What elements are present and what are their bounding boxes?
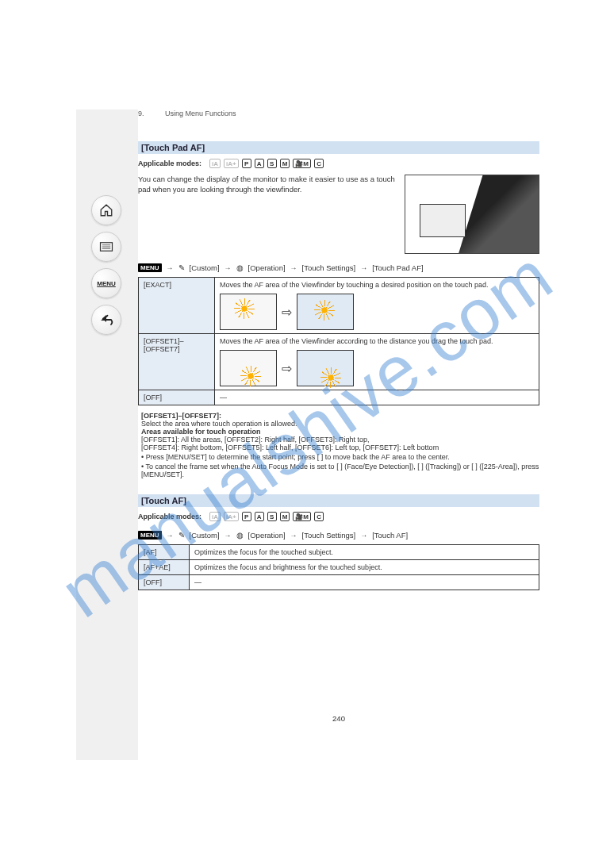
offset-desc: Select the area where touch operation is…	[141, 420, 539, 428]
option-value: Moves the AF area of the Viewfinder by t…	[220, 281, 489, 289]
mode-icon-c: C	[314, 512, 324, 521]
table-row: [OFFSET1]– [OFFSET7] Moves the AF area o…	[139, 334, 539, 390]
mode-icon-ia: iA	[209, 512, 221, 521]
offset-caption: Areas available for touch operation	[141, 428, 261, 436]
home-icon	[99, 203, 113, 217]
custom-label: [Custom]	[190, 531, 220, 540]
option-key: [EXACT]	[139, 278, 215, 334]
dial-icon: ◍	[236, 531, 244, 540]
menu-badge-icon: MENU	[138, 263, 162, 272]
section1-mode-row: Applicable modes: iA iA+ P A S M 🎥M C	[138, 159, 539, 168]
touchpad-drag-illustration	[220, 350, 277, 386]
flow-arrow-icon: ⇨	[282, 305, 292, 320]
mode-icon-ia: iA	[209, 159, 221, 168]
mode-icon-p: P	[242, 512, 251, 521]
option-value-cell: Moves the AF area of the Viewfinder acco…	[215, 334, 539, 390]
offset-item-line: [OFFSET4]: Right bottom, [OFFSET5]: Left…	[141, 444, 539, 451]
mode-icon-a: A	[255, 512, 264, 521]
mode-icon-m: M	[280, 512, 290, 521]
exact-illustration-row: ⇨	[220, 294, 534, 330]
list-icon	[99, 241, 113, 252]
note-bullet: To cancel the frame set when the Auto Fo…	[141, 463, 539, 478]
applicable-modes-label: Applicable modes:	[138, 159, 201, 167]
option-value: Moves the AF area of the Viewfinder acco…	[220, 337, 493, 345]
table-row: [AF+AE] Optimizes the focus and brightne…	[139, 560, 539, 575]
applicable-modes-label: Applicable modes:	[138, 513, 201, 520]
option-key: [AF+AE]	[139, 560, 190, 575]
option-key: [OFF]	[139, 390, 215, 405]
mode-icon-a: A	[255, 159, 264, 168]
option-value: —	[190, 575, 539, 590]
arrow-sep-icon: →	[360, 532, 367, 540]
chapter-title: Using Menu Functions	[165, 109, 236, 117]
nav-contents-button[interactable]	[91, 232, 121, 262]
arrow-sep-icon: →	[360, 264, 367, 272]
table-row: [OFF] —	[139, 390, 539, 405]
mode-icon-iaplus: iA+	[224, 512, 239, 521]
mode-icon-s: S	[267, 159, 277, 168]
mode-icon-p: P	[242, 159, 251, 168]
section1-title-bar: [Touch Pad AF]	[138, 141, 539, 154]
viewfinder-screen-illustration	[297, 294, 354, 330]
offset-item-line: [OFFSET1]: All the areas, [OFFSET2]: Rig…	[141, 436, 539, 444]
arrow-sep-icon: →	[290, 532, 297, 540]
wrench-icon: ✎	[178, 263, 185, 272]
offset-range-label: [OFFSET1]–[OFFSET7]:	[141, 412, 221, 420]
mode-icon-c: C	[314, 159, 324, 168]
table-row: [AF] Optimizes the focus for the touched…	[139, 545, 539, 560]
page-number: 240	[138, 714, 539, 723]
chapter-header: 9. Using Menu Functions	[138, 109, 539, 117]
mode-icon-m: M	[280, 159, 290, 168]
table-row: [OFF] —	[139, 575, 539, 590]
chapter-number: 9.	[138, 109, 165, 117]
viewfinder-drag-illustration	[297, 350, 354, 386]
page-content: 9. Using Menu Functions [Touch Pad AF] A…	[138, 109, 539, 590]
touchpad-screen-illustration	[220, 294, 277, 330]
arrow-sep-icon: →	[167, 532, 174, 540]
touch-settings-label: [Touch Settings]	[302, 263, 356, 272]
section2-options-table: [AF] Optimizes the focus for the touched…	[138, 544, 539, 590]
touch-af-label: [Touch AF]	[372, 531, 408, 540]
nav-back-button[interactable]	[91, 305, 121, 335]
offset-illustration-row: ⇨	[220, 350, 534, 386]
touch-pad-af-label: [Touch Pad AF]	[372, 263, 423, 272]
touch-settings-label: [Touch Settings]	[302, 531, 356, 540]
operation-label: [Operation]	[248, 263, 286, 272]
nav-icon-column: MENU	[91, 195, 126, 341]
section1-menu-path: MENU → ✎ [Custom] → ◍ [Operation] → [Tou…	[138, 263, 539, 272]
section2-title-bar: [Touch AF]	[138, 494, 539, 507]
wrench-icon: ✎	[178, 531, 185, 540]
flow-arrow-icon: ⇨	[282, 361, 292, 376]
nav-menu-button[interactable]: MENU	[91, 268, 121, 298]
nav-home-button[interactable]	[91, 195, 121, 225]
section2-menu-path: MENU → ✎ [Custom] → ◍ [Operation] → [Tou…	[138, 531, 539, 540]
custom-label: [Custom]	[190, 263, 220, 272]
option-value: Optimizes the focus and brightness for t…	[190, 560, 539, 575]
mode-icon-movie: 🎥M	[293, 512, 311, 521]
mode-icon-iaplus: iA+	[224, 159, 239, 168]
option-key: [AF]	[139, 545, 190, 560]
mode-icon-s: S	[267, 512, 277, 521]
viewfinder-illustration	[405, 175, 539, 254]
note-bullet: Press [MENU/SET] to determine the start …	[141, 453, 539, 461]
option-key: [OFF]	[139, 575, 190, 590]
arrow-sep-icon: →	[167, 264, 174, 272]
arrow-sep-icon: →	[224, 532, 232, 540]
offset-subsection: [OFFSET1]–[OFFSET7]: Select the area whe…	[141, 412, 539, 451]
back-arrow-icon	[99, 313, 113, 327]
option-key: [OFFSET1]– [OFFSET7]	[139, 334, 215, 390]
option-value: —	[215, 390, 539, 405]
dial-icon: ◍	[236, 263, 244, 272]
mode-icon-movie: 🎥M	[293, 159, 311, 168]
menu-badge-icon: MENU	[138, 531, 162, 540]
option-value: Optimizes the focus for the touched subj…	[190, 545, 539, 560]
operation-label: [Operation]	[248, 531, 286, 540]
arrow-sep-icon: →	[290, 264, 297, 272]
table-row: [EXACT] Moves the AF area of the Viewfin…	[139, 278, 539, 334]
arrow-sep-icon: →	[224, 264, 232, 272]
option-value-cell: Moves the AF area of the Viewfinder by t…	[215, 278, 539, 334]
section1-options-table: [EXACT] Moves the AF area of the Viewfin…	[138, 277, 539, 405]
section2-mode-row: Applicable modes: iA iA+ P A S M 🎥M C	[138, 512, 539, 521]
